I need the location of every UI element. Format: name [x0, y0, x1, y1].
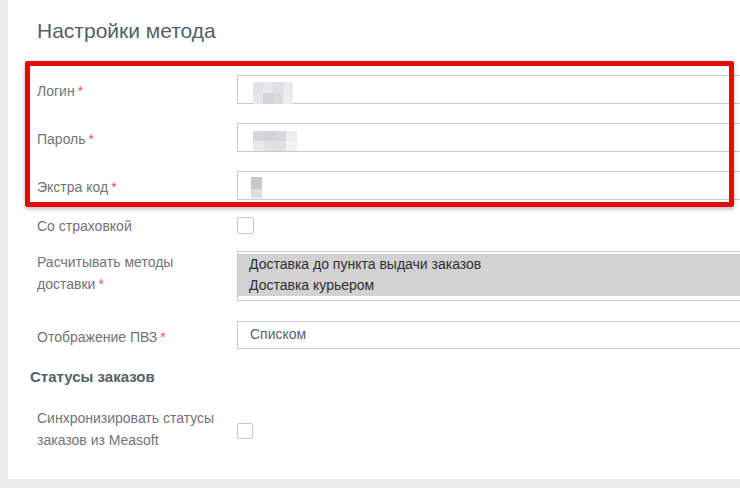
redacted-login-value	[253, 82, 293, 104]
page-title: Настройки метода	[37, 18, 216, 44]
insurance-label: Со страховкой	[37, 215, 225, 237]
required-asterisk: *	[111, 179, 116, 195]
extra-code-label: Экстра код*	[37, 176, 225, 198]
pvz-display-select[interactable]: Списком	[237, 321, 740, 349]
required-asterisk: *	[78, 83, 83, 99]
delivery-method-option-courier[interactable]: Доставка курьером	[238, 275, 740, 296]
order-statuses-heading: Статусы заказов	[30, 368, 155, 385]
password-label: Пароль*	[37, 128, 225, 150]
login-label: Логин*	[37, 80, 225, 102]
password-input[interactable]	[237, 123, 740, 152]
extra-code-input[interactable]	[237, 171, 740, 200]
sync-statuses-checkbox[interactable]	[237, 423, 253, 439]
sync-statuses-label: Синхронизировать статусы заказов из Meas…	[37, 407, 225, 451]
delivery-methods-label: Расчитывать методы доставки*	[37, 251, 225, 295]
pvz-display-selected-value: Списком	[250, 326, 306, 342]
delivery-methods-multiselect[interactable]: Доставка до пункта выдачи заказов Достав…	[237, 251, 740, 301]
redacted-password-value	[253, 131, 297, 151]
required-asterisk: *	[89, 131, 94, 147]
insurance-checkbox[interactable]	[237, 217, 254, 234]
redacted-extra-code-value	[251, 177, 262, 201]
pvz-display-label: Отображение ПВЗ*	[37, 326, 225, 348]
required-asterisk: *	[160, 329, 165, 345]
delivery-method-option-pickup[interactable]: Доставка до пункта выдачи заказов	[238, 254, 740, 275]
required-asterisk: *	[98, 276, 103, 292]
login-input[interactable]	[237, 75, 740, 104]
